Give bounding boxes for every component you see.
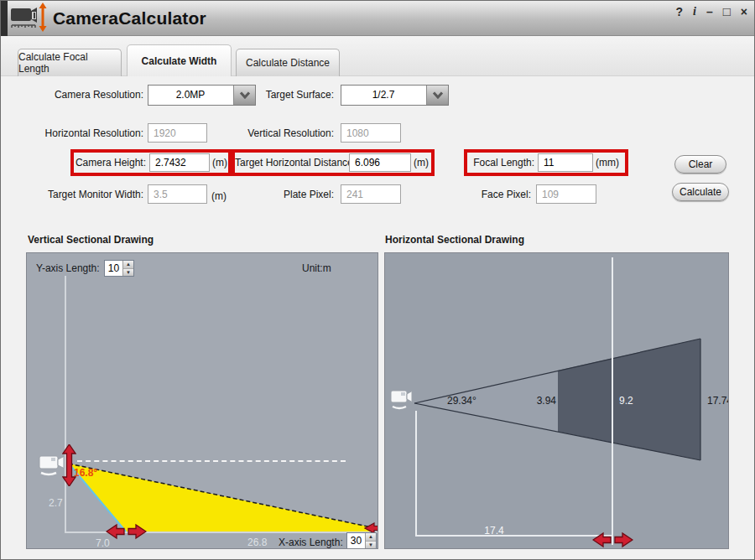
camera-height-field[interactable] xyxy=(149,153,210,172)
tilt-angle-value: 16.8° xyxy=(74,464,97,481)
tab-calculate-distance[interactable]: Calculate Distance xyxy=(236,49,340,76)
target-surface-value: 1/2.7 xyxy=(341,86,425,105)
plate-pixel-label: Plate Pixel: xyxy=(215,184,334,205)
help-button[interactable]: ? xyxy=(676,4,684,19)
target-distance-drag-arrow[interactable] xyxy=(592,531,633,548)
x-axis-length-label: X-axis Length: xyxy=(279,534,343,549)
step-down-icon[interactable]: ▼ xyxy=(366,542,376,549)
x-axis-length-value: 30 xyxy=(347,533,365,548)
far-distance-value: 26.8 xyxy=(247,534,267,549)
width-target-value: 9.2 xyxy=(619,392,633,409)
step-up-icon[interactable]: ▲ xyxy=(366,533,376,542)
near-distance-value: 7.0 xyxy=(96,535,110,549)
target-monitor-width-label: Target Monitor Width: xyxy=(26,184,143,205)
horizontal-resolution-field[interactable] xyxy=(148,123,207,143)
tab-strip: Calculate Focal Length Calculate Width C… xyxy=(1,36,755,76)
close-button[interactable]: × xyxy=(741,4,747,19)
target-surface-dropdown[interactable]: 1/2.7 xyxy=(341,85,449,106)
target-horizontal-distance-label: Target Horizontal Distance: xyxy=(235,157,346,169)
vertical-resolution-field[interactable] xyxy=(341,123,401,143)
width-near-value: 3.94 xyxy=(529,392,556,409)
focal-length-unit: (mm) xyxy=(596,157,619,169)
ground-distance-value: 17.4 xyxy=(479,522,509,539)
focal-length-label: Focal Length: xyxy=(467,157,534,169)
clear-button[interactable]: Clear xyxy=(674,155,726,174)
width-far-value: 17.74 xyxy=(707,392,729,409)
window-edge xyxy=(1,1,8,36)
target-surface-label: Target Surface: xyxy=(215,85,334,105)
window-controls: ? i – □ × xyxy=(676,4,748,19)
vertical-drawing-panel: Y-axis Length: 10 ▲▼ Unit:m xyxy=(26,252,378,549)
camera-height-highlight: Camera Height: (m) xyxy=(70,149,232,176)
target-horizontal-distance-highlight: Target Horizontal Distance: (m) xyxy=(232,149,435,176)
window-title: CameraCalculator xyxy=(53,8,206,29)
horizontal-drawing-title: Horizontal Sectional Drawing xyxy=(385,234,524,246)
titlebar: CameraCalculator ? i – □ × xyxy=(1,1,755,36)
near-distance-drag-arrow[interactable] xyxy=(106,523,147,540)
camera-reference-line xyxy=(415,411,417,537)
face-pixel-field[interactable] xyxy=(536,184,596,204)
target-horizontal-distance-field[interactable] xyxy=(349,153,411,172)
camera-height-value: 2.7 xyxy=(49,495,63,511)
camera-height-unit: (m) xyxy=(212,157,227,169)
chevron-down-icon[interactable] xyxy=(426,86,448,105)
plate-pixel-field[interactable] xyxy=(341,184,401,204)
x-axis-length-stepper[interactable]: 30 ▲▼ xyxy=(346,532,377,549)
face-pixel-label: Face Pixel: xyxy=(454,184,531,205)
camera-calculator-window: CameraCalculator ? i – □ × Calculate Foc… xyxy=(0,0,755,560)
stepper-buttons[interactable]: ▲▼ xyxy=(365,533,376,548)
distance-baseline xyxy=(415,535,613,537)
focal-length-highlight: Focal Length: (mm) xyxy=(464,149,628,176)
view-angle-value: 29.34° xyxy=(447,392,476,409)
target-distance-line xyxy=(612,257,613,545)
target-monitor-width-field[interactable] xyxy=(148,184,207,204)
camera-icon xyxy=(390,386,415,411)
fov-cone-drawing xyxy=(385,253,729,549)
fov-yellow-area xyxy=(69,464,372,531)
app-logo-icon xyxy=(9,3,51,34)
vertical-resolution-label: Vertical Resolution: xyxy=(215,123,334,143)
vertical-drawing-title: Vertical Sectional Drawing xyxy=(28,234,154,246)
camera-height-label: Camera Height: xyxy=(74,157,146,169)
calculate-button[interactable]: Calculate xyxy=(672,183,729,201)
focal-length-field[interactable] xyxy=(538,153,593,172)
target-horizontal-distance-unit: (m) xyxy=(414,157,429,169)
minimize-button[interactable]: – xyxy=(706,4,713,19)
horizontal-drawing-panel: 29.34° 3.94 9.2 17.74 17.4 xyxy=(384,252,729,549)
camera-horizon-dashed-line xyxy=(77,460,346,462)
maximize-button[interactable]: □ xyxy=(723,4,731,19)
info-button[interactable]: i xyxy=(693,4,696,19)
tab-calculate-width[interactable]: Calculate Width xyxy=(127,44,232,76)
camera-resolution-label: Camera Resolution: xyxy=(26,85,143,105)
tab-calculate-focal-length[interactable]: Calculate Focal Length xyxy=(18,49,122,76)
horizontal-resolution-label: Horizontal Resolution: xyxy=(26,123,143,143)
fov-wedge-drawing xyxy=(27,253,378,549)
